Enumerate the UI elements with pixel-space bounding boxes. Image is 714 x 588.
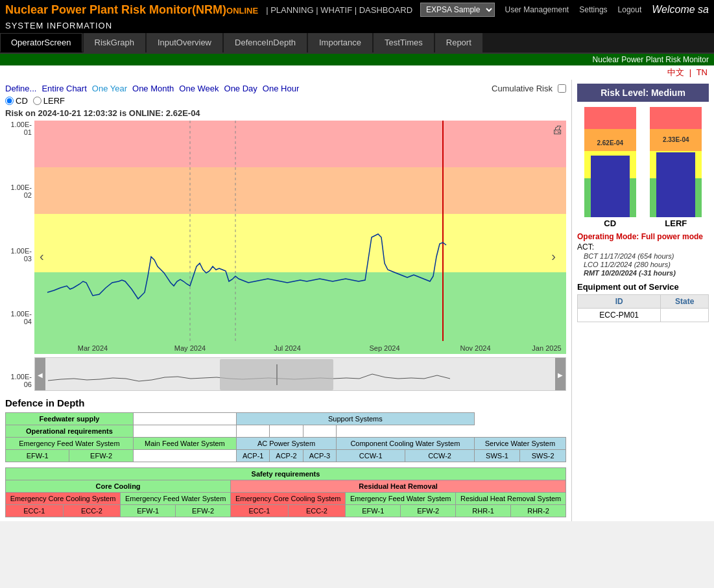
top-header: Nuclear Power Plant Risk Monitor(NRM)ONL…: [0, 0, 714, 19]
nav-links-text: | PLANNING | WHATIF | DASHBOARD: [266, 5, 412, 15]
tab-operator-screen[interactable]: OperatorScreen: [0, 33, 82, 53]
cd-radio[interactable]: [5, 97, 14, 105]
cd-label: CD: [16, 96, 28, 106]
chart-container: 1.00E-01 1.00E-02 1.00E-03 1.00E-04 1.00…: [5, 121, 566, 391]
tab-defence-in-depth[interactable]: DefenceInDepth: [224, 33, 307, 53]
cd-radio-label[interactable]: CD: [5, 96, 28, 106]
op-mode-label: Operating Mode:: [577, 232, 639, 241]
equip-header: Equipment out of Service: [577, 282, 709, 292]
core-cooling-header: Core Cooling: [6, 480, 231, 493]
cumulative-risk-checkbox[interactable]: [558, 84, 566, 93]
equip-row-0: ECC-PM01: [578, 309, 709, 322]
right-panel: Risk Level: Medium 2.62E-04 CD: [571, 80, 714, 521]
main-content: Define... Entire Chart One Year One Mont…: [0, 80, 714, 521]
svg-rect-0: [34, 121, 566, 167]
scroll-right-btn[interactable]: ▶: [555, 358, 565, 391]
y-label-2: 1.00E-02: [8, 183, 32, 199]
ecc-residual-header: Emergency Core Cooling System: [231, 493, 346, 505]
mfw-spacer: [133, 413, 236, 425]
logout-link[interactable]: Logout: [618, 5, 642, 14]
equip-id-0: ECC-PM01: [578, 309, 661, 322]
efw1-residual: EFW-1: [346, 505, 401, 517]
nav-links: | PLANNING | WHATIF | DASHBOARD: [266, 5, 412, 15]
lerf-band-red: [650, 107, 702, 129]
ecc1-residual: ECC-1: [231, 505, 289, 517]
tab-importance[interactable]: Importance: [308, 33, 372, 53]
one-day-link[interactable]: One Day: [224, 84, 257, 93]
entire-chart-link[interactable]: Entire Chart: [42, 84, 86, 93]
support-systems-header: Support Systems: [237, 413, 475, 425]
one-month-link[interactable]: One Month: [132, 84, 174, 93]
svg-text:Jul 2024: Jul 2024: [274, 344, 301, 352]
tab-risk-graph[interactable]: RiskGraph: [84, 33, 145, 53]
act-items: BCT 11/17/2024 (654 hours) LCO 11/2/2024…: [584, 252, 709, 277]
scroll-left-btn[interactable]: ◀: [35, 358, 45, 391]
lerf-radio-label[interactable]: LERF: [33, 96, 65, 106]
mfw-cell: [133, 450, 236, 462]
feedwater-header: Feedwater supply: [6, 413, 134, 425]
define-link[interactable]: Define...: [5, 84, 36, 93]
ccw-header2: Component Cooling Water System: [337, 438, 475, 450]
sws2-cell: SWS-2: [520, 450, 566, 462]
lerf-bar-fill: [656, 152, 695, 217]
lang-en[interactable]: TN: [696, 67, 708, 77]
sws1-cell: SWS-1: [474, 450, 520, 462]
acp3-cell: ACP-3: [303, 450, 336, 462]
tab-test-times[interactable]: TestTimes: [374, 33, 434, 53]
welcome-text: Welcome sa: [652, 4, 709, 16]
lerf-bar-label: LERF: [665, 218, 687, 228]
nav-arrow-left[interactable]: ‹: [40, 248, 44, 263]
cumulative-risk-label: Cumulative Risk: [492, 84, 553, 93]
lerf-value-label: 2.33E-04: [650, 136, 702, 143]
cd-bar-container: 2.62E-04 CD: [584, 107, 636, 228]
y-label-4: 1.00E-04: [8, 310, 32, 325]
y-label-5: 1.00E-06: [8, 373, 32, 388]
ac-header: [237, 425, 270, 438]
banner-text: Nuclear Power Plant Risk Monitor: [593, 55, 709, 64]
lerf-radio[interactable]: [33, 97, 42, 105]
cd-bar-fill: [591, 156, 630, 217]
lerf-label: LERF: [43, 96, 65, 106]
cd-value-label: 2.62E-04: [584, 139, 636, 147]
residual-heat-header: Residual Heat Removal: [231, 480, 566, 493]
mfw-header: [133, 425, 236, 438]
acp2-cell: ACP-2: [270, 450, 303, 462]
one-hour-link[interactable]: One Hour: [263, 84, 299, 93]
right-header: User Management Settings Logout Welcome …: [505, 4, 709, 16]
main-chart: Mar 2024 May 2024 Jul 2024 Sep 2024 Nov …: [34, 121, 566, 354]
lang-sep: |: [689, 67, 691, 77]
header-row2: SYSTEM INFORMATION: [0, 19, 714, 33]
efw2-safety: EFW-2: [176, 505, 231, 517]
ecc2-safety: ECC-2: [63, 505, 121, 517]
safety-req-section: Safety requirements Core Cooling Residua…: [5, 467, 566, 517]
settings-link[interactable]: Settings: [579, 5, 607, 14]
cd-bar-background: 2.62E-04: [584, 107, 636, 217]
tab-input-overview[interactable]: InputOverview: [147, 33, 222, 53]
efw-safety-header: Emergency Feed Water System: [121, 493, 231, 505]
expsa-dropdown[interactable]: EXPSA Sample: [420, 3, 495, 17]
y-label-3: 1.00E-03: [8, 247, 32, 263]
safety-req-table: Safety requirements Core Cooling Residua…: [5, 467, 566, 517]
one-year-link[interactable]: One Year: [92, 84, 127, 93]
sws-header: [303, 425, 336, 438]
one-week-link[interactable]: One Week: [179, 84, 219, 93]
lang-zh[interactable]: 中文: [667, 67, 684, 77]
lang-row: 中文 | TN: [0, 65, 714, 80]
ecc2-residual: ECC-2: [288, 505, 346, 517]
chart-controls: Define... Entire Chart One Year One Mont…: [5, 84, 566, 93]
equip-col-id: ID: [578, 295, 661, 309]
nav-arrow-right[interactable]: ›: [551, 248, 556, 263]
efw-header: Emergency Feed Water System: [6, 438, 134, 450]
svg-text:Jan 2025: Jan 2025: [532, 344, 561, 352]
op-mode-value: Full power mode: [641, 232, 703, 241]
scroll-track[interactable]: ◀ ▶: [34, 357, 566, 391]
ac-header2: AC Power System: [237, 438, 337, 450]
user-mgmt-link[interactable]: User Management: [505, 5, 569, 14]
ecc-sys-header: Emergency Core Cooling System: [6, 493, 121, 505]
mfw-header2: Main Feed Water System: [133, 438, 236, 450]
safety-req-header: Safety requirements: [6, 468, 566, 480]
sys-info-link[interactable]: SYSTEM INFORMATION: [5, 21, 112, 30]
tab-report[interactable]: Report: [435, 33, 482, 53]
print-icon[interactable]: 🖨: [552, 123, 564, 137]
cd-bar-label: CD: [604, 218, 616, 228]
